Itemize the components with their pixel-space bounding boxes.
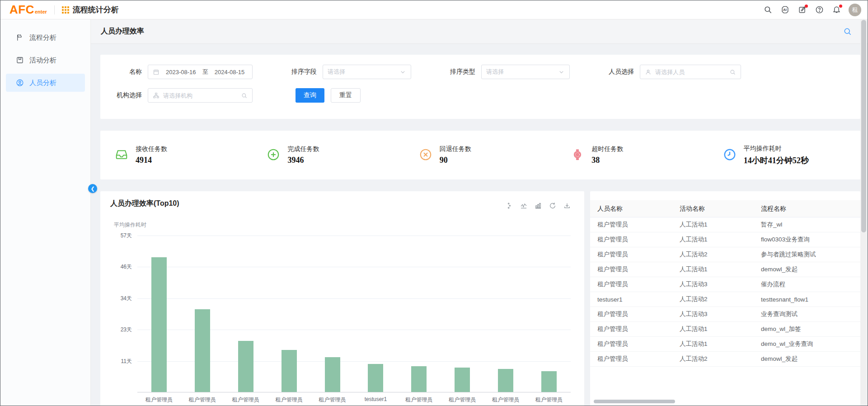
chart-bar[interactable] — [541, 371, 557, 392]
sidebar-item-label: 人员分析 — [29, 79, 56, 87]
download-icon[interactable] — [563, 202, 571, 209]
table-row: 租户管理员人工活动2demowl_发起 — [590, 352, 860, 367]
search-icon[interactable] — [763, 5, 773, 15]
stat-label: 回退任务数 — [440, 145, 471, 153]
chart-bar[interactable] — [151, 257, 167, 392]
date-range-picker[interactable]: 至 — [148, 65, 253, 79]
gridline — [137, 236, 571, 236]
y-axis-tick: 46天 — [121, 263, 132, 271]
sort-type-placeholder: 请选择 — [486, 68, 504, 76]
x-axis-label: 租户管理员 — [397, 396, 441, 404]
search-icon — [241, 92, 248, 99]
window-scrollbar-thumb[interactable] — [861, 20, 866, 232]
chart-title: 人员办理效率(Top10) — [110, 199, 179, 208]
stat-completed-tasks: 完成任务数 3946 — [252, 145, 404, 165]
sort-type-label: 排序类型 — [439, 68, 475, 76]
dots-icon[interactable] — [506, 202, 513, 209]
table-cell: 租户管理员 — [590, 265, 672, 274]
page-search-icon[interactable] — [843, 27, 852, 36]
ai-icon-label: AI — [783, 8, 787, 12]
x-axis-label: 租户管理员 — [441, 396, 484, 404]
table-cell: 人工活动2 — [672, 355, 754, 363]
sidebar-collapse-button[interactable]: ❮ — [88, 184, 97, 193]
chart-bar[interactable] — [368, 364, 383, 392]
date-start-input[interactable] — [163, 69, 199, 76]
chart-bar[interactable] — [455, 368, 470, 392]
table-row: 租户管理员人工活动1demo_wl_业务查询 — [590, 337, 860, 352]
gridline — [137, 267, 571, 267]
table-row: 租户管理员人工活动1暂存_wl — [590, 217, 860, 232]
table-header-row: 人员名称活动名称流程名称 — [590, 200, 860, 217]
efficiency-table-panel: 人员名称活动名称流程名称 租户管理员人工活动1暂存_wl租户管理员人工活动1fl… — [590, 191, 860, 406]
memo-icon[interactable] — [797, 5, 807, 15]
y-axis-tick: 11天 — [121, 357, 132, 365]
y-axis-name: 平均操作耗时 — [114, 221, 146, 229]
table-row: 租户管理员人工活动1flow0303业务查询 — [590, 232, 860, 247]
chart-bar[interactable] — [325, 357, 340, 392]
sidebar-item-personnel-analysis[interactable]: 人员分析 — [6, 74, 85, 92]
table-cell: 人工活动1 — [672, 236, 754, 244]
bar-chart-icon[interactable] — [535, 202, 542, 209]
stat-label: 平均操作耗时 — [744, 145, 809, 153]
table-cell: 人工活动3 — [672, 310, 754, 318]
help-icon[interactable] — [814, 5, 824, 15]
search-icon — [729, 69, 736, 76]
reset-button[interactable]: 重置 — [331, 88, 361, 103]
stopwatch-icon — [571, 148, 585, 162]
stat-value: 38 — [591, 156, 623, 165]
org-select-input[interactable] — [148, 88, 253, 103]
table-cell: 人工活动2 — [672, 295, 754, 303]
table-cell: 人工活动1 — [672, 325, 754, 333]
efficiency-chart-panel: 人员办理效率(Top10) 平均操作耗时 11天23天34天46天57天租户管理… — [100, 191, 584, 406]
chart-toolbar — [506, 202, 571, 209]
x-axis-label: 租户管理员 — [267, 396, 311, 404]
ai-assistant-icon[interactable]: AI — [780, 5, 790, 15]
table-cell: testtesnant_flow1 — [754, 296, 860, 303]
date-end-input[interactable] — [211, 69, 248, 76]
refresh-icon[interactable] — [549, 202, 556, 209]
table-cell: 租户管理员 — [590, 221, 672, 229]
plus-circle-icon — [267, 148, 281, 162]
table-cell: 租户管理员 — [590, 340, 672, 348]
avatar[interactable]: 租 — [849, 4, 861, 16]
sidebar-item-label: 流程分析 — [29, 33, 56, 42]
chart-bar[interactable] — [411, 366, 427, 392]
chevron-down-icon — [399, 69, 406, 76]
sort-type-select[interactable]: 请选择 — [481, 65, 570, 79]
table-row: 租户管理员人工活动3催办流程 — [590, 277, 860, 292]
table-cell: 人工活动3 — [672, 280, 754, 288]
table-row: testuser1人工活动2testtesnant_flow1 — [590, 292, 860, 307]
table-cell: 租户管理员 — [590, 325, 672, 333]
person-select-input[interactable] — [640, 65, 741, 79]
person-search-field[interactable] — [655, 69, 726, 76]
x-axis-label: 租户管理员 — [484, 396, 527, 404]
afc-logo[interactable]: AFC enter — [9, 3, 47, 17]
bar-chart-plot: 11天23天34天46天57天租户管理员租户管理员租户管理员租户管理员租户管理员… — [137, 236, 571, 392]
bell-badge — [839, 5, 842, 8]
column-header: 人员名称 — [590, 205, 672, 213]
line-chart-icon[interactable] — [520, 202, 527, 209]
table-row: 租户管理员人工活动1demo_wl_加签 — [590, 322, 860, 337]
column-header: 活动名称 — [672, 205, 754, 213]
chart-bar[interactable] — [282, 350, 297, 392]
table-cell: 人工活动1 — [672, 221, 754, 229]
bell-icon[interactable] — [831, 5, 841, 15]
sort-field-placeholder: 请选择 — [328, 68, 345, 76]
table-horizontal-scrollbar[interactable] — [594, 400, 675, 403]
query-button[interactable]: 查询 — [296, 88, 324, 103]
flag-icon — [16, 33, 24, 42]
bookmark-icon — [16, 56, 24, 64]
sidebar-item-process-analysis[interactable]: 流程分析 — [6, 28, 85, 47]
table-cell: 租户管理员 — [590, 310, 672, 318]
table-cell: 人工活动1 — [672, 340, 754, 348]
org-search-field[interactable] — [163, 92, 237, 99]
logo-main-text: AFC — [9, 3, 34, 17]
chart-bar[interactable] — [498, 369, 513, 392]
sort-field-select[interactable]: 请选择 — [323, 65, 411, 79]
sort-field-label: 排序字段 — [281, 68, 317, 76]
table-cell: flow0303业务查询 — [754, 236, 860, 244]
chart-bar[interactable] — [238, 341, 253, 392]
chart-bar[interactable] — [195, 309, 210, 392]
table-cell: 租户管理员 — [590, 236, 672, 244]
sidebar-item-activity-analysis[interactable]: 活动分析 — [6, 51, 85, 69]
